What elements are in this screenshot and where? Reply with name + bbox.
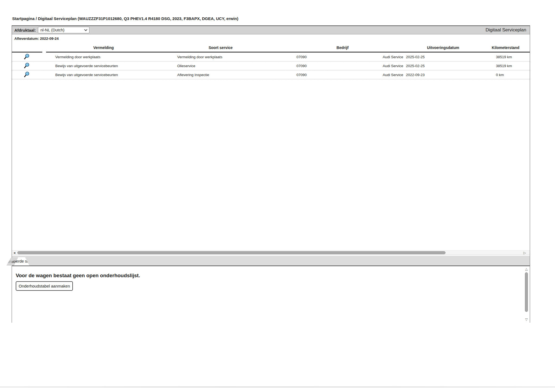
row-details-magnifier-icon[interactable] [24, 71, 31, 78]
bedrijf-code: 07090 [296, 64, 307, 68]
bedrijf-naam: Audi Service [383, 64, 405, 68]
no-open-maintenance-message: Voor de wagen bestaat geen open onderhou… [16, 273, 140, 279]
print-language-label: Afdruktaal: [14, 28, 36, 32]
row-details-magnifier-icon[interactable] [24, 53, 31, 60]
cell-bedrijf: 07090 Audi Service [280, 55, 405, 59]
table-header-soort-service: Soort service [161, 45, 280, 53]
cell-vermelding: Bewijs van uitgevoerde servicebeurten [46, 73, 161, 77]
table-header-bedrijf: Bedrijf [280, 45, 405, 53]
cell-bedrijf: 07090 Audi Service [280, 73, 405, 77]
cell-soort-service: Olieservice [161, 64, 280, 68]
horizontal-scrollbar[interactable]: ◄ ▷ [12, 250, 530, 255]
scroll-left-icon[interactable]: ◄ [13, 251, 16, 255]
cell-kilometerstand: 0 km [481, 73, 530, 77]
breadcrumb[interactable]: Startpagina / Digitaal Serviceplan (WAUZ… [12, 16, 238, 21]
tab-strip: Bewijs van uitgevoerde servicebeurten (O… [12, 256, 530, 266]
serviceplan-page: Startpagina / Digitaal Serviceplan (WAUZ… [0, 0, 555, 392]
cell-kilometerstand: 38519 km [481, 55, 530, 59]
table-header-row: Vermelding Soort service Bedrijf Uitvoer… [12, 43, 530, 53]
row-details-magnifier-icon[interactable] [24, 62, 31, 69]
table-header-kilometerstand: Kilometerstand [481, 45, 530, 53]
cell-kilometerstand: 38519 km [481, 64, 530, 68]
cell-soort-service: Vermelding door werkplaats [161, 55, 280, 59]
scroll-up-icon[interactable]: △ [524, 267, 528, 271]
serviceplan-panel: Afdruktaal: nl-NL (Dutch) Digitaal Servi… [12, 25, 530, 323]
table-row: Bewijs van uitgevoerde servicebeurten Ol… [12, 61, 530, 70]
vertical-scrollbar-thumb[interactable] [525, 272, 528, 312]
table-row: Bewijs van uitgevoerde servicebeurten Af… [12, 70, 530, 79]
cell-soort-service: Aflevering Inspectie [161, 73, 280, 77]
cell-uitvoeringsdatum: 2025-02-25 [405, 64, 481, 68]
table-header-uitvoeringsdatum: Uitvoeringsdatum [405, 45, 481, 53]
print-language-selected-value: nl-NL (Dutch) [40, 28, 64, 32]
scroll-right-icon[interactable]: ▷ [524, 251, 526, 255]
cell-uitvoeringsdatum: 2022-09-23 [405, 73, 481, 77]
open-maintenance-pane: Voor de wagen bestaat geen open onderhou… [12, 267, 530, 323]
bedrijf-code: 07090 [296, 55, 307, 59]
page-title: Digitaal Serviceplan [486, 27, 527, 33]
print-language-select[interactable]: nl-NL (Dutch) [38, 27, 89, 33]
table-row: Vermelding door werkplaats Vermelding do… [12, 53, 530, 61]
vertical-scrollbar[interactable]: △ ▽ [524, 267, 529, 321]
scan-artifact-line [0, 387, 555, 387]
delivery-date: Afleverdatum: 2022-09-24 [14, 37, 59, 41]
horizontal-scrollbar-thumb[interactable] [17, 251, 446, 254]
cell-bedrijf: 07090 Audi Service [280, 64, 405, 68]
table-header-icon-column [12, 50, 42, 53]
scroll-down-icon[interactable]: ▽ [524, 318, 528, 321]
bedrijf-naam: Audi Service [383, 55, 405, 59]
cell-vermelding: Vermelding door werkplaats [46, 55, 161, 59]
table-header-vermelding: Vermelding [46, 45, 161, 53]
panel-header-bar: Afdruktaal: nl-NL (Dutch) Digitaal Servi… [12, 26, 530, 34]
cell-vermelding: Bewijs van uitgevoerde servicebeurten [46, 64, 161, 68]
bedrijf-code: 07090 [296, 73, 307, 77]
bedrijf-naam: Audi Service [383, 73, 405, 77]
cell-uitvoeringsdatum: 2025-02-25 [405, 55, 481, 59]
chevron-down-icon [84, 29, 87, 31]
create-maintenance-table-button[interactable]: Onderhoudstabel aanmaken [16, 281, 73, 291]
